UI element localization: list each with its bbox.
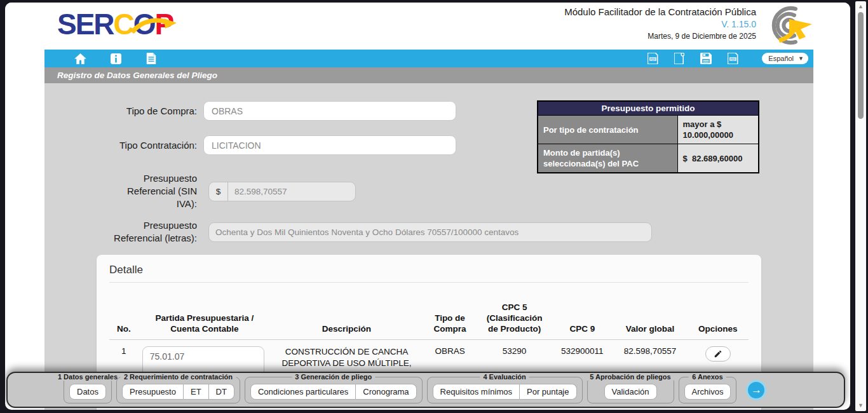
col-header-opciones: Opciones [687,299,749,340]
save-icon[interactable] [700,52,712,65]
next-arrow-button[interactable]: → [746,380,766,400]
presupuesto-sin-iva-value: 82.598,70557 [228,187,294,196]
toolbar-left-icons [44,52,158,65]
pp-row-value: $ 82.689,60000 [677,144,759,173]
toolbar-right-icons: PDF PDF Español ▼ [646,52,813,65]
tipo-compra-input[interactable]: OBRAS [203,101,456,121]
pp-row-value: mayor a $ 10.000,00000 [677,116,759,144]
app-title-block: Módulo Facilitador de la Contratación Pú… [564,6,756,43]
info-icon[interactable] [109,52,122,65]
presupuesto-permitido-table: Presupuesto permitido Por tipo de contra… [537,100,759,173]
scrollbar-thumb[interactable] [858,12,864,119]
col-header-partida: Partida Presupuestaria / Cuenta Contable [139,299,271,340]
scrollbar[interactable]: ▲ ▼ [855,1,866,411]
presupuesto-button[interactable]: Presupuesto [122,384,184,400]
presupuesto-permitido-title: Presupuesto permitido [538,101,759,116]
new-document-icon[interactable] [673,52,686,65]
form-row-tipo-compra: Tipo de Compra: OBRAS [44,101,456,121]
form-row-presupuesto-letras: Presupuesto Referencial (letras): Ochent… [44,219,652,245]
nav-group-legend: 2 Requerimiento de contratación [121,373,236,381]
pp-row-label: Por tipo de contratación [538,116,677,144]
right-arrow-icon: → [751,384,762,396]
condiciones-particulares-button[interactable]: Condiciones particulares [250,384,356,400]
nav-group-legend: 3 Generación de pliego [292,373,375,381]
document-lines-icon[interactable] [145,52,158,65]
page-title: Registro de Datos Generales del Pliego [57,71,217,80]
form-row-tipo-contratacion: Tipo Contratación: LICITACION [44,135,456,155]
nav-group-legend: 5 Aprobación de pliegos [587,373,674,381]
logo-text-c: C [114,8,133,41]
tipo-contratacion-input[interactable]: LICITACION [203,135,456,155]
nav-group-legend: 1 Datos generales [55,373,121,381]
svg-text:PDF: PDF [730,58,736,61]
cursor-arcs-logo-icon [760,5,816,48]
nav-group-legend: 4 Evaluación [480,373,529,381]
col-header-valor-global: Valor global [613,299,688,340]
col-header-cpc5: CPC 5 (Clasificación de Producto) [477,299,552,340]
scroll-down-icon[interactable]: ▼ [855,402,866,409]
detalle-title: Detalle [109,264,749,283]
sercop-logo: SERCOP [57,8,173,41]
logo-text-ser: SER [57,8,114,41]
presupuesto-sin-iva-input: $ 82.598,70557 [208,182,356,201]
pdf-export-icon[interactable]: PDF [646,52,659,65]
col-header-descripcion: Descripción [271,299,423,340]
bottom-navigation-bar: 1 Datos generales Datos 2 Requerimiento … [6,372,845,408]
date-label: Martes, 9 de Diciembre de 2025 [564,30,756,43]
content-area: Tipo de Compra: OBRAS Tipo Contratación:… [44,83,813,410]
svg-text:PDF: PDF [650,58,656,61]
datos-button[interactable]: Datos [69,384,106,400]
col-header-cpc9: CPC 9 [552,299,613,340]
presupuesto-sin-iva-label: Presupuesto Referencial (SIN IVA): [44,172,197,210]
home-icon[interactable] [74,52,86,65]
app-window: SERCOP Módulo Facilitador de la Contrata… [5,3,850,410]
version-label: V. 1.15.0 [564,18,756,30]
nav-group-requerimiento: 2 Requerimiento de contratación Presupue… [116,377,240,403]
nav-group-datos-generales: 1 Datos generales Datos [64,377,112,403]
edit-row-button[interactable] [705,346,731,362]
presupuesto-letras-value: Ochenta y Dos Mil Quinientos Noventa y O… [209,227,525,237]
currency-prefix: $ [209,182,228,201]
tipo-compra-label: Tipo de Compra: [44,105,197,118]
logo-text-o: O [133,8,155,41]
nav-group-generacion-pliego: 3 Generación de pliego Condiciones parti… [245,377,423,403]
nav-group-anexos: 6 Anexos Archivos [679,377,737,403]
requisitos-minimos-button[interactable]: Requisitos mínimos [433,384,520,400]
pencil-icon [714,349,722,358]
cronograma-button[interactable]: Cronograma [356,384,416,400]
presupuesto-letras-label: Presupuesto Referencial (letras): [44,219,197,245]
nav-group-legend: 6 Anexos [689,373,726,381]
col-header-tipo-compra: Tipo de Compra [423,299,477,340]
chevron-down-icon: ▼ [798,55,804,62]
nav-group-evaluacion: 4 Evaluación Requisitos mínimos Por punt… [427,377,583,403]
page-title-bar: Registro de Datos Generales del Pliego [44,67,813,83]
validacion-button[interactable]: Validación [604,384,657,400]
scroll-up-icon[interactable]: ▲ [855,3,866,10]
logo-text-p: P [155,8,173,41]
pp-row-label: Monto de partida(s) seleccionada(s) del … [538,144,677,173]
form-row-presupuesto-sin-iva: Presupuesto Referencial (SIN IVA): $ 82.… [44,172,356,210]
language-select-value: Español [768,55,794,62]
et-button[interactable]: ET [184,384,209,400]
tipo-contratacion-label: Tipo Contratación: [44,139,197,152]
nav-group-aprobacion-pliegos: 5 Aprobación de pliegos Validación [587,377,674,403]
language-select[interactable]: Español ▼ [762,53,808,64]
app-title: Módulo Facilitador de la Contratación Pú… [564,6,756,18]
header: SERCOP Módulo Facilitador de la Contrata… [5,3,850,50]
pdf-icon[interactable]: PDF [726,52,739,65]
dt-button[interactable]: DT [209,384,234,400]
col-header-no: No. [109,299,139,340]
archivos-button[interactable]: Archivos [684,384,731,400]
por-puntaje-button[interactable]: Por puntaje [520,384,577,400]
main-toolbar: PDF PDF Español ▼ [44,50,813,67]
